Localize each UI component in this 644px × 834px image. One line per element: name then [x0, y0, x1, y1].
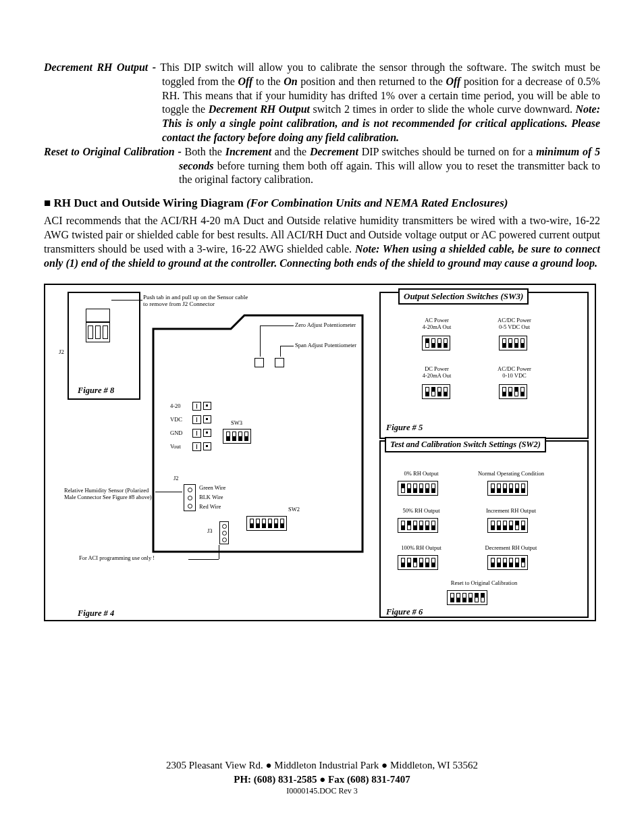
bullet-icon: ■ — [44, 197, 51, 209]
panel5-title: Output Selection Switches (SW3) — [398, 288, 529, 305]
zero-pot — [254, 358, 264, 367]
term-vout: Vout — [170, 444, 181, 450]
dip-dc-420 — [422, 384, 450, 399]
figure-8-label: Figure # 8 — [78, 386, 114, 396]
section-heading: ■ RH Duct and Outside Wiring Diagram (Fo… — [44, 197, 600, 210]
rh-sensor-note: Relative Humidity Sensor (Polarized Male… — [64, 488, 155, 500]
dip-ac-420 — [422, 336, 450, 350]
term-vdc: VDC — [170, 417, 182, 423]
wire-blk: BLK Wire — [199, 494, 223, 500]
dip-decrement — [487, 555, 528, 570]
dip-0rh — [398, 481, 438, 496]
sw2-label: SW2 — [288, 506, 300, 513]
zero-label: Zero Adjust Potentiometer — [295, 322, 356, 328]
j2-block — [86, 309, 110, 322]
page-footer: 2305 Pleasant View Rd. ● Middleton Indus… — [0, 758, 644, 797]
sw2-onboard — [246, 516, 287, 531]
wiring-diagram: Push tab in and pull up on the Sensor ca… — [44, 284, 596, 621]
para-reset: Reset to Original Calibration - Both the… — [44, 145, 600, 187]
footer-address: 2305 Pleasant View Rd. ● Middleton Indus… — [0, 758, 644, 773]
dip-acdc-05v — [499, 336, 527, 350]
figure-5-label: Figure # 5 — [386, 423, 423, 433]
panel6-title: Test and Calibration Switch Settings (SW… — [385, 437, 546, 452]
dip-increment — [487, 518, 528, 533]
sw3-onboard — [223, 429, 251, 444]
dip-100rh — [398, 555, 438, 570]
j2-label: J2 — [59, 349, 64, 356]
dip-reset — [447, 590, 487, 605]
fig8-frame — [68, 292, 140, 400]
wire-green: Green Wire — [199, 485, 225, 491]
sw3-label: SW3 — [231, 420, 242, 426]
figure-4-label: Figure # 4 — [78, 609, 114, 619]
span-label: Span Adjust Potentiometer — [295, 342, 356, 348]
figure-5-panel — [379, 292, 589, 439]
dip-acdc-010v — [499, 384, 527, 399]
footer-phone: PH: (608) 831-2585 ● Fax (608) 831-7407 — [0, 773, 644, 787]
label-reset: Reset to Original Calibration - — [44, 146, 182, 157]
document-page: Decrement RH Output - This DIP switch wi… — [0, 0, 644, 621]
label-decrement: Decrement RH Output - — [44, 61, 156, 73]
span-pot — [275, 358, 284, 367]
j3-label: J3 — [207, 528, 213, 534]
para-wiring: ACI recommends that the ACI/RH 4-20 mA D… — [44, 214, 600, 270]
term-4-20: 4-20 — [170, 403, 181, 409]
footer-rev: I0000145.DOC Rev 3 — [0, 786, 644, 797]
dip-50rh — [398, 518, 438, 533]
term-gnd: GND — [170, 430, 182, 436]
j2-small-label: J2 — [173, 475, 179, 481]
wire-red: Red Wire — [199, 504, 221, 510]
dip-normal — [487, 481, 528, 496]
para-decrement: Decrement RH Output - This DIP switch wi… — [44, 61, 600, 145]
figure-6-label: Figure # 6 — [386, 608, 423, 617]
aci-prog-note: For ACI programming use only ! — [79, 555, 155, 561]
